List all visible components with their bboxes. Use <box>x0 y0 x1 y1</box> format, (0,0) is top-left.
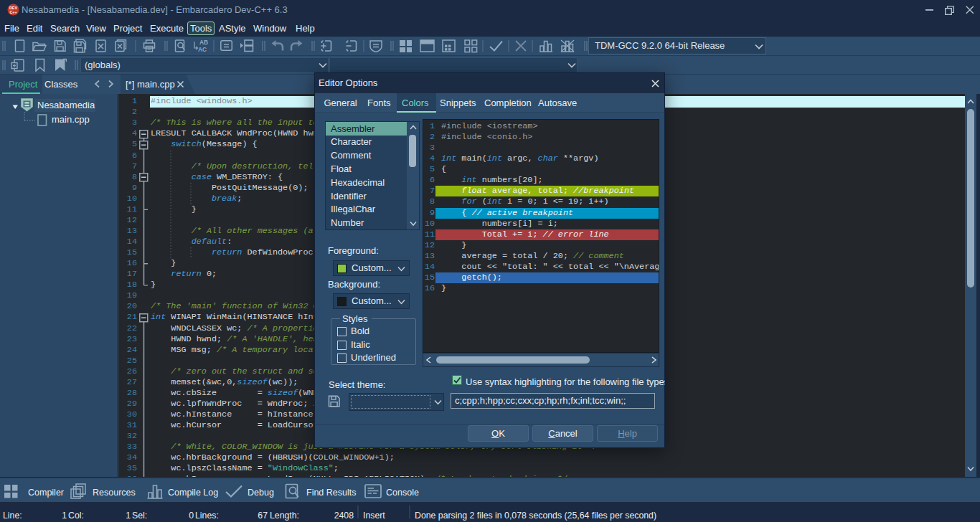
svg-text:C++: C++ <box>9 10 17 14</box>
svg-text:DEV: DEV <box>9 6 17 10</box>
svg-text:AB: AB <box>199 39 208 46</box>
svg-text:AC: AC <box>198 46 207 53</box>
